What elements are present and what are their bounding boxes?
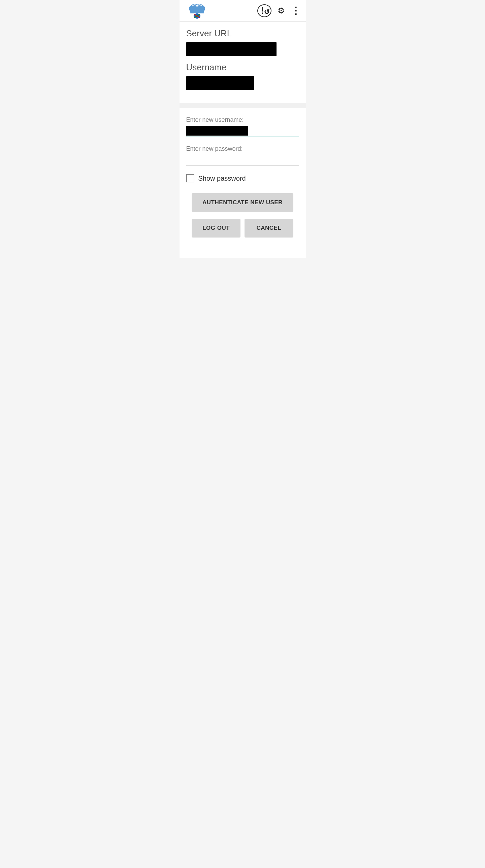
new-password-wrapper [186,155,299,166]
server-url-label: Server URL [186,28,299,39]
new-password-input[interactable] [186,155,299,166]
settings-icon[interactable]: ⚙ [278,6,285,16]
username-value [186,76,254,90]
svg-rect-3 [190,8,204,13]
new-username-input[interactable] [186,126,299,137]
section-divider [179,103,306,108]
show-password-row: Show password [186,174,299,182]
cancel-button[interactable]: CANCEL [245,219,293,238]
logout-button[interactable]: LOG OUT [192,219,240,238]
toolbar: !↺ ⚙ ⋮ [179,0,306,22]
server-url-section: Server URL Username [179,22,306,103]
authenticate-button[interactable]: AUTHENTICATE NEW USER [192,193,293,212]
username-label: Username [186,62,299,73]
server-url-value [186,42,277,56]
toolbar-actions: !↺ ⚙ ⋮ [257,4,300,17]
new-password-label: Enter new password: [186,145,299,152]
form-section: Enter new username: Enter new password: … [179,108,306,258]
show-password-label: Show password [198,175,246,182]
new-username-label: Enter new username: [186,116,299,123]
new-username-wrapper [186,126,299,137]
sync-error-icon[interactable]: !↺ [257,4,271,17]
svg-point-4 [196,5,198,7]
bottom-buttons: LOG OUT CANCEL [192,219,293,238]
show-password-checkbox[interactable] [186,174,194,182]
more-options-icon[interactable]: ⋮ [291,5,301,16]
app-logo [185,1,209,21]
